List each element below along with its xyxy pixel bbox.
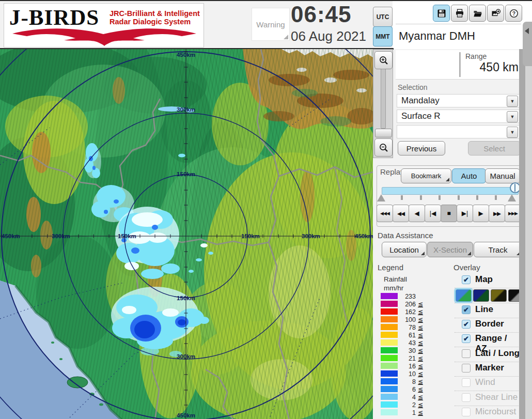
overlay-row-marker: Marker — [455, 362, 521, 377]
auto-mode-button[interactable]: Auto — [452, 168, 486, 183]
track-button[interactable]: Track — [474, 242, 522, 257]
forward-double-button[interactable]: ▶▶ — [489, 205, 505, 222]
wind-checkbox[interactable] — [462, 378, 471, 387]
right-splitter[interactable] — [519, 49, 525, 419]
marker-checkbox[interactable] — [462, 364, 471, 373]
save-button[interactable] — [433, 5, 450, 22]
open-file-button[interactable] — [469, 5, 486, 22]
legend-comparator: ≦ — [418, 301, 423, 308]
print-button[interactable] — [451, 5, 468, 22]
rewind-triple-button[interactable]: ◀◀◀ — [377, 205, 393, 222]
legend-value: 2 — [385, 401, 416, 409]
lati-long-checkbox[interactable] — [462, 349, 471, 358]
skip-to-end-button[interactable]: ▶| — [457, 205, 473, 222]
range-az-checkbox[interactable] — [462, 334, 471, 343]
product-dropdown[interactable]: Surface R ▼ — [397, 110, 520, 123]
legend-value: 4 — [385, 394, 416, 401]
help-button[interactable]: ? — [505, 5, 522, 22]
track-label: Track — [489, 245, 508, 254]
chevron-down-icon[interactable]: ▼ — [507, 111, 518, 122]
add-image-button[interactable] — [487, 5, 504, 22]
overlay-label: Marker — [475, 363, 504, 373]
warning-button[interactable]: Warning — [252, 8, 290, 41]
range-label: 450km — [355, 233, 373, 239]
station-dropdown[interactable]: Mandalay ▼ — [397, 94, 520, 107]
save-icon — [437, 9, 446, 18]
bookmark-button[interactable]: Bookmark — [401, 168, 451, 183]
microburst-checkbox[interactable] — [462, 408, 471, 416]
legend-comparator: ≦ — [418, 378, 423, 385]
overlay-row-microburst: Microburst — [455, 406, 521, 419]
overlay-row-shear-line: Shear Line — [455, 391, 521, 406]
stop-button[interactable]: ■ — [441, 205, 457, 222]
map-style-swatch-1[interactable] — [456, 289, 472, 302]
bookmark-label: Bookmark — [411, 172, 442, 180]
map-style-swatch-2[interactable] — [473, 289, 489, 302]
range-label: 300km — [177, 106, 195, 113]
legend-value: 1 — [385, 409, 416, 416]
legend-comparator: ≦ — [418, 363, 423, 370]
stop-icon: ■ — [447, 210, 450, 217]
zoom-in-icon — [379, 55, 389, 66]
extra-dropdown[interactable]: ▼ — [397, 125, 520, 138]
slider-tick — [495, 195, 497, 200]
range-label: 300km — [302, 233, 320, 239]
svg-text:?: ? — [512, 10, 515, 17]
timezone-mmt-button[interactable]: MMT — [373, 26, 393, 46]
range-label: 150km — [177, 295, 195, 301]
add-image-icon — [491, 9, 500, 18]
border-checkbox[interactable] — [462, 320, 471, 329]
map-checkbox[interactable] — [462, 275, 471, 284]
zoom-out-button[interactable] — [374, 138, 393, 157]
legend-comparator: ≦ — [418, 332, 423, 339]
x-section-label: X-Section — [433, 245, 467, 254]
legend-comparator: ≦ — [418, 409, 423, 416]
range-label: 150km — [177, 171, 195, 177]
range-label: 300km — [52, 233, 70, 239]
slider-tick — [439, 195, 441, 200]
step-back-icon: ◀ — [414, 210, 419, 217]
range-label: 450km — [177, 412, 195, 418]
overlay-label: Shear Line — [475, 392, 518, 402]
collapse-panel-icon — [525, 28, 529, 34]
timezone-utc-button[interactable]: UTC — [373, 7, 393, 27]
station-name: Myanmar DMH — [399, 29, 475, 43]
chevron-down-icon[interactable]: ▼ — [507, 96, 518, 107]
shear-line-checkbox[interactable] — [462, 393, 471, 402]
map-style-swatch-3[interactable] — [491, 289, 507, 302]
x-section-button[interactable]: X-Section — [427, 242, 473, 257]
forward-double-icon: ▶▶ — [493, 210, 500, 216]
replay-slider-track[interactable] — [382, 187, 519, 195]
play-button[interactable]: ▶ — [473, 205, 489, 222]
location-button[interactable]: Location — [382, 242, 427, 257]
overlay-title: Overlay — [453, 263, 480, 272]
zoom-in-button[interactable] — [374, 51, 393, 69]
right-margin — [525, 49, 532, 419]
collapse-panel-tab[interactable] — [523, 22, 532, 66]
radar-map[interactable]: 450km 300km 150km 150km 300km 450km 450k… — [0, 49, 373, 419]
previous-button[interactable]: Previous — [398, 141, 445, 156]
legend-comparator: ≦ — [418, 347, 423, 354]
legend-value: 6 — [385, 386, 416, 393]
step-back-button[interactable]: ◀ — [409, 205, 425, 222]
previous-label: Previous — [406, 144, 436, 153]
legend-comparator: ≦ — [418, 401, 423, 409]
chevron-down-icon[interactable]: ▼ — [507, 127, 518, 138]
open-folder-icon — [473, 9, 482, 18]
line-checkbox[interactable] — [462, 305, 471, 314]
zoom-slider-track[interactable] — [381, 69, 386, 129]
legend-value: 8 — [385, 378, 416, 385]
zoom-slider-handle[interactable] — [375, 129, 392, 137]
overlay-label: Wind — [475, 377, 495, 387]
resize-grip-icon — [284, 35, 288, 39]
slider-tick — [458, 195, 460, 200]
select-button[interactable]: Select — [468, 141, 521, 156]
legend-title: Legend — [378, 263, 403, 272]
skip-to-start-button[interactable]: |◀ — [425, 205, 441, 222]
station-dropdown-value: Mandalay — [401, 96, 440, 106]
rewind-double-button[interactable]: ◀◀ — [393, 205, 409, 222]
eagle-logo-icon — [10, 26, 198, 46]
manual-mode-button[interactable]: Manual — [485, 168, 520, 183]
range-title: Range — [465, 52, 487, 60]
radar-map-canvas: 450km 300km 150km 150km 300km 450km 450k… — [0, 49, 373, 419]
